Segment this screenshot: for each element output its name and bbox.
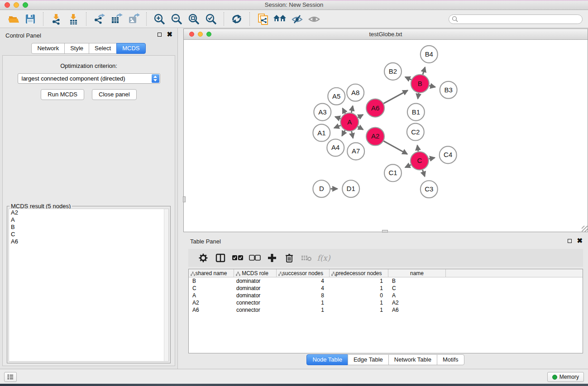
app-titlebar[interactable]: Session: New Session — [0, 0, 588, 10]
column-header-successor-nodes[interactable]: successor nodes — [277, 269, 330, 277]
zoom-selected-button[interactable] — [203, 12, 219, 26]
criterion-dropdown[interactable]: largest connected component (directed) — [18, 73, 160, 84]
cell[interactable]: dominator — [234, 285, 277, 292]
graph-edge-C-C1[interactable] — [405, 165, 411, 167]
hide-panel-button[interactable] — [289, 12, 305, 26]
graph-node-B4[interactable]: B4 — [421, 46, 438, 63]
close-panel-icon[interactable]: ✖ — [577, 238, 583, 243]
graph-edge-C-C3[interactable] — [422, 170, 425, 176]
graph-edge-C-C4[interactable] — [429, 157, 435, 159]
graph-edge-C-C2[interactable] — [417, 145, 418, 151]
minimize-network-button[interactable] — [198, 32, 203, 37]
show-panel-button[interactable] — [306, 12, 322, 26]
cell[interactable]: A — [388, 292, 446, 299]
apply-layout-button[interactable] — [229, 12, 244, 26]
import-table-button[interactable] — [66, 12, 81, 26]
cell[interactable]: 4 — [277, 285, 330, 292]
graph-node-B3[interactable]: B3 — [440, 81, 457, 99]
show-column-button[interactable] — [212, 250, 229, 266]
graph-node-C[interactable]: C — [411, 152, 429, 170]
graph-node-B2[interactable]: B2 — [384, 63, 402, 80]
window-resize-grip-corner[interactable] — [582, 226, 588, 232]
graph-edge-B-B3[interactable] — [429, 86, 435, 87]
mcds-result-item[interactable]: A — [9, 216, 168, 224]
mcds-result-item[interactable]: B — [9, 224, 168, 231]
graph-node-C3[interactable]: C3 — [421, 181, 438, 198]
cell[interactable]: dominator — [234, 292, 277, 299]
graph-node-A[interactable]: A — [340, 113, 359, 131]
mcds-result-item[interactable]: A6 — [9, 238, 168, 245]
export-image-button[interactable] — [126, 12, 141, 26]
mcds-result-item[interactable]: A2 — [9, 209, 168, 216]
column-header-shared-name[interactable]: shared name — [189, 269, 234, 277]
graph-node-A5[interactable]: A5 — [328, 88, 345, 105]
graph-node-A3[interactable]: A3 — [314, 104, 331, 121]
graph-edge-B-B2[interactable] — [405, 77, 411, 80]
tab-select[interactable]: Select — [89, 43, 117, 54]
tab-edge-table[interactable]: Edge Table — [348, 354, 389, 365]
cell[interactable]: C — [388, 285, 446, 292]
zoom-fit-button[interactable] — [186, 12, 201, 26]
cell[interactable]: A6 — [189, 306, 234, 314]
graph-edge-A-A6[interactable] — [358, 114, 363, 117]
cell[interactable]: A — [189, 292, 234, 299]
cell[interactable]: 1 — [277, 299, 330, 306]
graph-node-B1[interactable]: B1 — [407, 104, 425, 121]
cell[interactable]: 0 — [330, 292, 388, 299]
deselect-all-button[interactable] — [246, 250, 263, 266]
tab-mcds[interactable]: MCDS — [116, 43, 145, 54]
cell[interactable]: 1 — [330, 285, 388, 292]
cell[interactable]: A2 — [189, 299, 234, 306]
graph-edge-A2-C[interactable] — [383, 141, 407, 154]
tab-style[interactable]: Style — [64, 43, 89, 54]
cell[interactable]: A6 — [388, 306, 446, 314]
export-network-button[interactable] — [91, 12, 107, 26]
cell[interactable]: B — [388, 277, 446, 285]
close-network-button[interactable] — [189, 32, 194, 37]
scrollbar-track[interactable] — [164, 209, 168, 361]
cell[interactable]: 1 — [330, 277, 388, 285]
graph-node-A6[interactable]: A6 — [366, 99, 384, 117]
graph-node-A4[interactable]: A4 — [327, 139, 344, 156]
search-input[interactable] — [459, 15, 582, 23]
cell[interactable]: 8 — [277, 292, 330, 299]
cell[interactable]: B — [189, 277, 234, 285]
cell[interactable]: dominator — [234, 277, 277, 285]
cell[interactable]: 4 — [277, 277, 330, 285]
zoom-out-button[interactable] — [169, 12, 184, 26]
close-panel-button[interactable]: Close panel — [92, 89, 137, 100]
graph-node-D[interactable]: D — [313, 180, 330, 197]
graph-edge-B-B1[interactable] — [418, 93, 419, 99]
select-all-button[interactable] — [229, 250, 246, 266]
tab-node-table[interactable]: Node Table — [306, 354, 348, 365]
float-panel-icon[interactable] — [158, 33, 162, 37]
graph-node-C4[interactable]: C4 — [440, 146, 457, 163]
run-mcds-button[interactable]: Run MCDS — [41, 89, 84, 100]
graph-edge-A-A7[interactable] — [352, 131, 353, 138]
window-resize-grip-south[interactable] — [382, 230, 388, 233]
zoom-window-button[interactable] — [23, 2, 28, 8]
zoom-in-button[interactable] — [152, 12, 167, 26]
column-header-mcds-role[interactable]: MCDS role — [234, 269, 277, 277]
close-panel-icon[interactable]: ✖ — [167, 32, 172, 37]
cell[interactable]: 1 — [277, 306, 330, 314]
search-box[interactable] — [449, 14, 583, 24]
graph-node-B[interactable]: B — [411, 75, 429, 93]
column-header-predecessor-nodes[interactable]: predecessor nodes — [330, 269, 388, 277]
open-file-button[interactable] — [5, 12, 21, 26]
graph-edge-A-A2[interactable] — [358, 127, 363, 130]
window-resize-grip-west[interactable] — [183, 196, 186, 202]
cell[interactable]: 1 — [330, 306, 388, 314]
maximize-network-button[interactable] — [206, 32, 211, 37]
float-panel-icon[interactable] — [568, 239, 572, 243]
minimize-window-button[interactable] — [14, 2, 19, 8]
export-table-button[interactable] — [109, 12, 124, 26]
graph-edge-A-A8[interactable] — [351, 106, 353, 113]
delete-column-button[interactable] — [281, 250, 298, 266]
graph-edge-A6-B[interactable] — [383, 91, 407, 104]
graph-node-A8[interactable]: A8 — [347, 84, 364, 101]
import-network-button[interactable] — [48, 12, 64, 26]
tab-network[interactable]: Network — [31, 43, 65, 54]
save-session-button[interactable] — [23, 12, 38, 26]
graph-node-C1[interactable]: C1 — [384, 164, 402, 181]
